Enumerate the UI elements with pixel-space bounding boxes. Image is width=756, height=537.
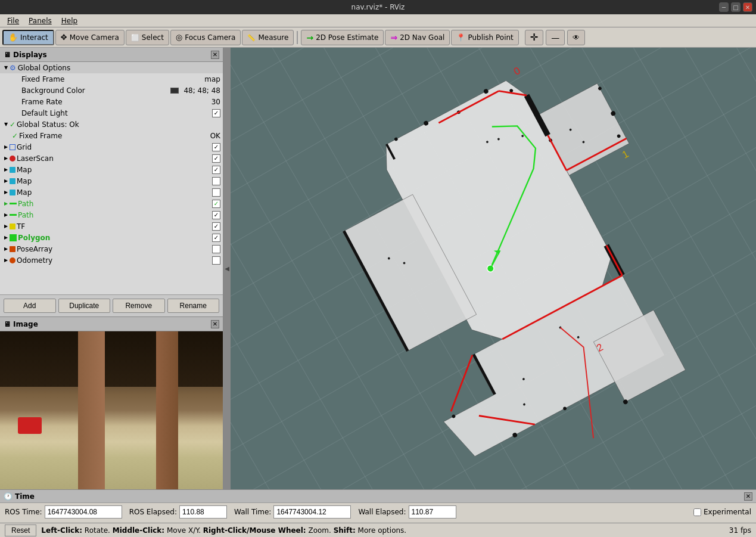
- laserscan-label: LaserScan: [17, 154, 210, 163]
- image-title: Image: [4, 320, 38, 328]
- rename-button[interactable]: Rename: [167, 299, 220, 313]
- display-grid-row[interactable]: Grid ✓: [0, 141, 223, 153]
- map1-expand[interactable]: [2, 166, 10, 173]
- map1-check[interactable]: ✓: [212, 166, 220, 174]
- display-map3-row[interactable]: Map: [0, 187, 223, 198]
- 3d-viewport[interactable]: 0 1 2 1: [231, 48, 756, 489]
- map2-check[interactable]: [212, 177, 220, 185]
- polygon-check[interactable]: ✓: [212, 234, 220, 242]
- display-map1-row[interactable]: Map ✓: [0, 164, 223, 175]
- map2-icon: [10, 178, 15, 184]
- menu-panels[interactable]: Panels: [24, 15, 57, 26]
- select-label: Select: [142, 33, 164, 42]
- measure-button[interactable]: Measure: [242, 30, 294, 45]
- global-status-fixed-frame-row[interactable]: ✓ Fixed Frame OK: [0, 130, 223, 141]
- time-close-button[interactable]: ✕: [744, 492, 752, 501]
- bg-color-row[interactable]: Background Color 48; 48; 48: [0, 85, 223, 96]
- wall-elapsed-input[interactable]: [409, 505, 456, 519]
- menu-file[interactable]: File: [2, 15, 24, 26]
- odometry-check[interactable]: [212, 256, 220, 265]
- 2d-nav-button[interactable]: 2D Nav Goal: [385, 30, 450, 45]
- path2-check[interactable]: ✓: [212, 211, 220, 219]
- display-path2-row[interactable]: Path ✓: [0, 209, 223, 221]
- default-light-row[interactable]: Default Light ✓: [0, 107, 223, 119]
- bg-color-swatch[interactable]: [170, 88, 179, 94]
- fixed-frame-row[interactable]: Fixed Frame map: [0, 73, 223, 85]
- path1-check[interactable]: ✓: [212, 200, 220, 208]
- tf-expand[interactable]: [2, 223, 10, 230]
- 2d-pose-button[interactable]: 2D Pose Estimate: [301, 30, 384, 45]
- publish-icon: [456, 33, 465, 42]
- main-area: Displays ✕ ⚙ Global Options Fixed Frame …: [0, 48, 756, 489]
- grid-expand[interactable]: [2, 144, 10, 151]
- wall-time-input[interactable]: [273, 505, 351, 519]
- map3-check[interactable]: [212, 188, 220, 197]
- display-map2-row[interactable]: Map: [0, 175, 223, 187]
- odometry-expand[interactable]: [2, 257, 10, 264]
- select-button[interactable]: Select: [126, 30, 169, 45]
- tf-check[interactable]: ✓: [212, 222, 220, 231]
- global-status-row[interactable]: ✓ Global Status: Ok: [0, 119, 223, 130]
- right-click-text: Right-Click/Mouse Wheel: Zoom.: [203, 526, 334, 535]
- ros-elapsed-input[interactable]: [179, 505, 227, 519]
- global-status-label: Global Status: Ok: [17, 120, 220, 129]
- display-odometry-row[interactable]: Odometry: [0, 254, 223, 266]
- wall-elapsed-field: Wall Elapsed:: [358, 505, 456, 519]
- zoom-out-button[interactable]: [546, 30, 565, 45]
- minus-icon: [551, 33, 559, 42]
- left-click-text: Left-Click: Rotate.: [41, 526, 112, 535]
- view-button[interactable]: [567, 30, 585, 45]
- image-title-text: Image: [13, 320, 38, 328]
- grid-check[interactable]: ✓: [212, 143, 220, 151]
- polygon-expand[interactable]: [2, 234, 10, 241]
- path2-expand[interactable]: [2, 212, 10, 219]
- default-light-check[interactable]: ✓: [212, 109, 220, 117]
- grid-label: Grid: [17, 143, 210, 151]
- interact-button[interactable]: Interact: [2, 30, 54, 45]
- remove-button[interactable]: Remove: [113, 299, 165, 313]
- global-options-expand[interactable]: [2, 64, 10, 72]
- experimental-checkbox[interactable]: [693, 508, 701, 516]
- close-button[interactable]: ✕: [743, 2, 752, 12]
- global-options-row[interactable]: ⚙ Global Options: [0, 62, 223, 73]
- laserscan-check[interactable]: ✓: [212, 154, 220, 163]
- display-polygon-row[interactable]: Polygon ✓: [0, 232, 223, 243]
- path1-expand[interactable]: [2, 200, 10, 207]
- display-posearray-row[interactable]: PoseArray: [0, 243, 223, 254]
- maximize-button[interactable]: □: [731, 2, 741, 12]
- move-camera-button[interactable]: Move Camera: [55, 30, 125, 45]
- displays-tree[interactable]: ⚙ Global Options Fixed Frame map Backgro…: [0, 62, 223, 294]
- reset-button[interactable]: Reset: [5, 524, 36, 536]
- ros-time-label: ROS Time:: [5, 508, 42, 516]
- map2-expand[interactable]: [2, 178, 10, 185]
- time-fields: ROS Time: ROS Elapsed: Wall Time: Wall E…: [0, 503, 756, 521]
- status-bar: Reset Left-Click: Rotate. Middle-Click: …: [0, 523, 756, 537]
- display-tf-row[interactable]: TF ✓: [0, 221, 223, 232]
- display-path1-row[interactable]: Path ✓: [0, 198, 223, 209]
- ros-time-input[interactable]: [45, 505, 122, 519]
- display-laserscan-row[interactable]: LaserScan ✓: [0, 153, 223, 164]
- menu-help[interactable]: Help: [57, 15, 82, 26]
- add-button[interactable]: Add: [4, 299, 56, 313]
- image-monitor-icon: [4, 320, 11, 328]
- posearray-check[interactable]: [212, 245, 220, 253]
- duplicate-button[interactable]: Duplicate: [58, 299, 111, 313]
- time-title-text: Time: [15, 492, 35, 501]
- displays-header: Displays ✕: [0, 48, 223, 62]
- pose-icon: [306, 33, 313, 42]
- posearray-expand[interactable]: [2, 246, 10, 253]
- fixed-frame-value: map: [204, 75, 220, 83]
- laserscan-expand[interactable]: [2, 155, 10, 162]
- focus-camera-button[interactable]: Focus Camera: [170, 30, 241, 45]
- image-close-button[interactable]: ✕: [211, 320, 219, 328]
- time-panel: Time ✕ ROS Time: ROS Elapsed: Wall Time:…: [0, 489, 756, 523]
- global-status-expand[interactable]: [2, 121, 10, 128]
- frame-rate-row[interactable]: Frame Rate 30: [0, 96, 223, 107]
- displays-close-button[interactable]: ✕: [211, 51, 219, 59]
- map3-expand[interactable]: [2, 189, 10, 196]
- publish-point-button[interactable]: Publish Point: [451, 30, 518, 45]
- zoom-in-button[interactable]: [525, 30, 543, 45]
- panel-collapse-handle[interactable]: ◀: [223, 48, 231, 489]
- minimize-button[interactable]: ─: [719, 2, 729, 12]
- image-header: Image ✕: [0, 317, 223, 331]
